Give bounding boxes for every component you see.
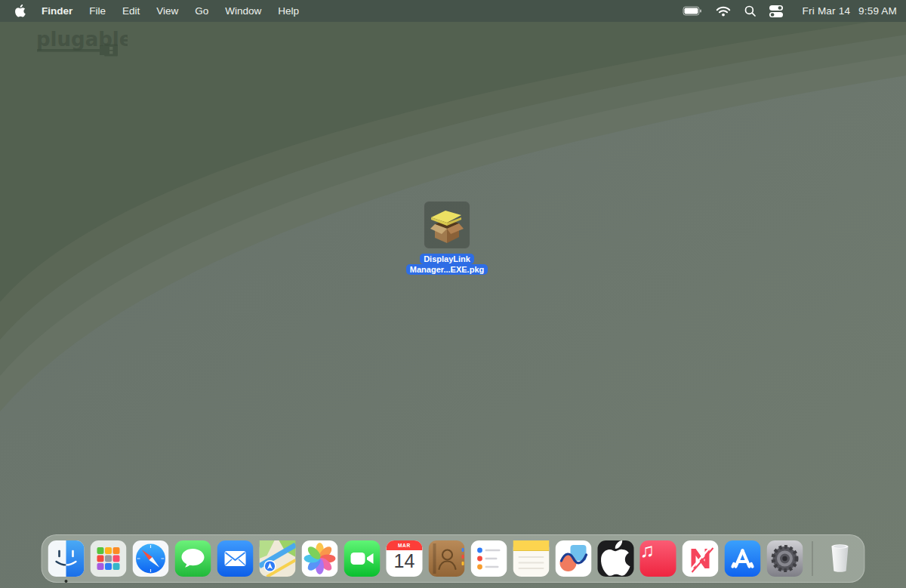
dock-item-calendar[interactable]: MAR 14: [387, 540, 423, 577]
dock-item-finder[interactable]: [48, 540, 85, 577]
dock-item-photos[interactable]: [302, 540, 338, 577]
dock-divider: [812, 541, 813, 576]
file-name-label[interactable]: DisplayLink Manager...EXE.pkg: [406, 253, 488, 274]
file-name-line1: DisplayLink: [420, 254, 474, 264]
file-name-line2: Manager...EXE.pkg: [406, 264, 488, 275]
clock-date: Fri Mar 14: [803, 5, 851, 17]
dock-item-notes[interactable]: [513, 540, 550, 577]
app-store-icon: [725, 540, 761, 577]
dock-item-trash[interactable]: [822, 540, 858, 577]
dock-item-reminders[interactable]: [471, 540, 507, 577]
dock-item-app-store[interactable]: [725, 540, 761, 577]
menu-item-go[interactable]: Go: [186, 5, 217, 17]
contacts-icon: [429, 540, 465, 577]
news-icon: [683, 540, 719, 577]
safari-icon: [133, 540, 169, 577]
maps-icon: [260, 540, 296, 577]
dock-item-tv[interactable]: tv: [598, 540, 634, 577]
dock-item-launchpad[interactable]: [91, 540, 127, 577]
system-settings-icon: [767, 540, 803, 577]
launchpad-icon: [91, 540, 127, 577]
calendar-month: MAR: [387, 540, 423, 550]
reminders-icon: [471, 540, 507, 577]
search-icon[interactable]: [744, 5, 756, 17]
package-icon[interactable]: [424, 201, 470, 249]
notes-icon: [513, 540, 550, 577]
tv-icon: tv: [598, 540, 634, 577]
menu-item-window[interactable]: Window: [217, 5, 270, 17]
music-note-glyph: ♫: [640, 540, 655, 562]
menu-item-file[interactable]: File: [81, 5, 114, 17]
plugable-watermark: plugable: [33, 24, 128, 62]
dock-item-maps[interactable]: [260, 540, 296, 577]
wifi-icon[interactable]: [716, 6, 731, 17]
menu-bar: Finder File Edit View Go Window Help: [0, 0, 906, 22]
messages-icon: [175, 540, 211, 577]
dock-item-music[interactable]: ♫: [640, 540, 676, 577]
apple-logo-icon: [15, 5, 26, 17]
facetime-icon: [344, 540, 381, 577]
dock-item-safari[interactable]: [133, 540, 169, 577]
dock-item-mail[interactable]: [217, 540, 254, 577]
menu-item-edit[interactable]: Edit: [114, 5, 148, 17]
dock-item-freeform[interactable]: [556, 540, 592, 577]
menu-item-finder[interactable]: Finder: [33, 5, 81, 17]
dock: MAR 14: [42, 534, 865, 583]
desktop-file-displaylink-pkg[interactable]: DisplayLink Manager...EXE.pkg: [408, 201, 486, 274]
mail-icon: [217, 540, 254, 577]
clock-time: 9:59 AM: [858, 5, 897, 17]
finder-icon: [48, 540, 85, 577]
battery-icon[interactable]: [683, 6, 702, 16]
apple-menu[interactable]: [15, 5, 26, 17]
freeform-icon: [556, 540, 592, 577]
wallpaper: [0, 0, 906, 588]
photos-icon: [302, 540, 338, 577]
control-center-icon[interactable]: [769, 5, 783, 17]
apple-glyph-icon: [598, 540, 634, 577]
menubar-clock[interactable]: Fri Mar 14 9:59 AM: [797, 5, 897, 17]
finder-running-indicator: [65, 580, 68, 583]
menu-item-help[interactable]: Help: [270, 5, 307, 17]
calendar-day: 14: [387, 550, 423, 572]
music-icon: ♫: [640, 540, 676, 577]
dock-item-messages[interactable]: [175, 540, 211, 577]
menu-item-view[interactable]: View: [148, 5, 186, 17]
calendar-icon: MAR 14: [387, 540, 423, 577]
dock-item-facetime[interactable]: [344, 540, 381, 577]
dock-item-news[interactable]: [683, 540, 719, 577]
desktop: plugable Finder File Edit View Go Window…: [0, 0, 906, 588]
dock-item-system-settings[interactable]: [767, 540, 803, 577]
dock-item-contacts[interactable]: [429, 540, 465, 577]
trash-icon: [822, 540, 858, 577]
